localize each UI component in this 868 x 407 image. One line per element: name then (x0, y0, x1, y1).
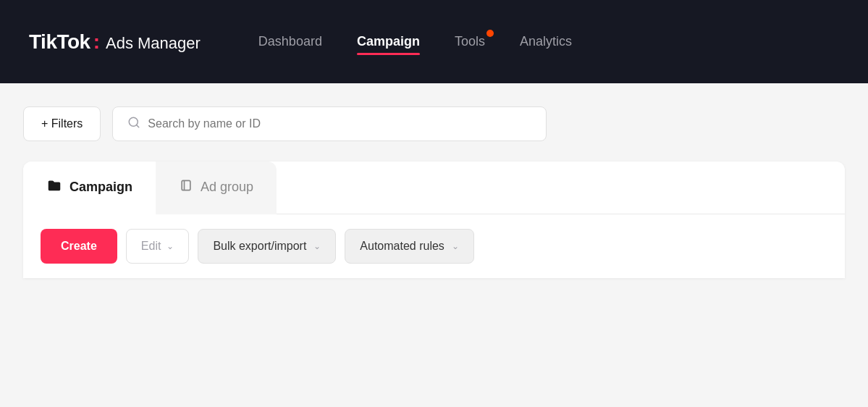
search-input[interactable] (148, 117, 531, 130)
tab-ad-group-label: Ad group (201, 180, 253, 195)
edit-button[interactable]: Edit ⌄ (126, 229, 190, 264)
automated-chevron-icon: ⌄ (452, 241, 459, 251)
ad-group-icon (179, 178, 193, 196)
search-box (112, 106, 547, 141)
tools-notification-dot (486, 30, 494, 37)
nav-analytics[interactable]: Analytics (520, 34, 572, 49)
campaign-icon (46, 177, 62, 197)
action-bar: Create Edit ⌄ Bulk export/import ⌄ Autom… (23, 214, 845, 278)
filter-bar: + Filters (23, 106, 845, 141)
search-icon (127, 116, 140, 132)
filter-button[interactable]: + Filters (23, 106, 101, 141)
nav-tools[interactable]: Tools (455, 34, 485, 49)
logo: TikTok : Ads Manager (29, 30, 201, 54)
logo-ads-manager: Ads Manager (106, 34, 201, 53)
create-button[interactable]: Create (41, 229, 117, 264)
tabs-row: Campaign Ad group (23, 161, 845, 214)
edit-chevron-icon: ⌄ (167, 241, 174, 251)
nav-links: Dashboard Campaign Tools Analytics (258, 34, 572, 49)
automated-rules-button[interactable]: Automated rules ⌄ (345, 229, 474, 264)
bulk-chevron-icon: ⌄ (313, 241, 321, 251)
tab-campaign[interactable]: Campaign (23, 161, 156, 214)
svg-line-1 (137, 125, 139, 127)
main-content: + Filters Campaign (0, 83, 868, 301)
logo-colon: : (93, 30, 100, 54)
nav-dashboard[interactable]: Dashboard (258, 34, 322, 49)
tabs-section: Campaign Ad group Create Edit ⌄ (23, 161, 845, 278)
bulk-export-import-button[interactable]: Bulk export/import ⌄ (198, 229, 336, 264)
nav-campaign[interactable]: Campaign (357, 34, 420, 49)
logo-tiktok: TikTok (29, 30, 90, 54)
tab-campaign-label: Campaign (69, 180, 132, 195)
navbar: TikTok : Ads Manager Dashboard Campaign … (0, 0, 868, 83)
tab-ad-group[interactable]: Ad group (156, 161, 277, 214)
svg-rect-2 (182, 180, 190, 190)
